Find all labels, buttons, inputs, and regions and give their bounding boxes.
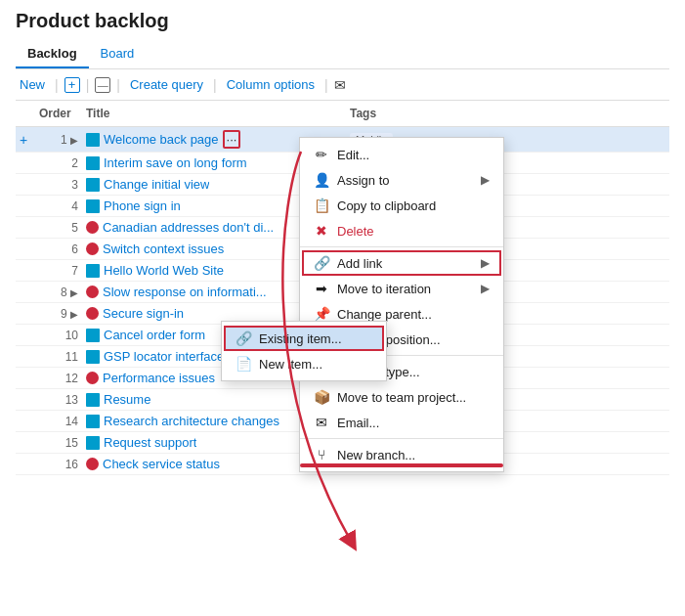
row-plus xyxy=(16,161,35,165)
workitem-icon-blue xyxy=(86,415,100,428)
ellipsis-button[interactable]: ··· xyxy=(223,130,241,149)
project-icon: 📦 xyxy=(314,389,329,405)
sub-menu: 🔗 Existing item... 📄 New item... xyxy=(221,321,387,381)
ctx-project-label: Move to team project... xyxy=(337,390,466,405)
new-button[interactable]: New xyxy=(16,75,49,94)
chevron-right-icon-3: ▶ xyxy=(481,282,490,295)
new-item-icon: 📄 xyxy=(235,356,251,372)
create-query-button[interactable]: Create query xyxy=(126,75,207,94)
link-icon: 🔗 xyxy=(314,255,329,271)
work-item-link[interactable]: Welcome back page xyxy=(104,132,219,147)
ctx-move-project[interactable]: 📦 Move to team project... xyxy=(300,384,503,410)
workitem-icon-blue xyxy=(86,133,100,147)
iteration-icon: ➡ xyxy=(314,281,329,296)
header-title: Title xyxy=(82,105,346,122)
parent-icon: 📌 xyxy=(314,306,329,322)
ctx-copy[interactable]: 📋 Copy to clipboard xyxy=(300,193,503,218)
ctx-edit-label: Edit... xyxy=(337,148,369,162)
header-select xyxy=(16,111,35,115)
workitem-icon-red xyxy=(86,307,99,320)
email-icon: ✉ xyxy=(314,415,329,430)
workitem-icon-red xyxy=(86,221,99,234)
chevron-right-icon-2: ▶ xyxy=(481,256,490,270)
collapse-icon[interactable]: — xyxy=(95,77,110,93)
branch-icon: ⑂ xyxy=(314,447,329,462)
row-order: 1 ▶ xyxy=(35,131,82,149)
ctx-separator xyxy=(300,246,503,247)
mail-icon[interactable]: ✉ xyxy=(334,77,346,93)
ctx-email[interactable]: ✉ Email... xyxy=(300,410,503,435)
workitem-icon-blue xyxy=(86,436,100,450)
workitem-icon-blue xyxy=(86,329,100,342)
grid-body: + 1 ▶ Welcome back page ··· Mobile 2 Int… xyxy=(16,127,669,475)
ctx-assign[interactable]: 👤 Assign to ▶ xyxy=(300,167,503,193)
ctx-assign-label: Assign to xyxy=(337,173,389,188)
add-child-icon[interactable]: + xyxy=(64,77,80,93)
row-plus[interactable]: + xyxy=(16,130,35,150)
tab-board[interactable]: Board xyxy=(89,40,147,68)
tab-backlog[interactable]: Backlog xyxy=(16,40,89,68)
sep5: | xyxy=(324,77,328,93)
ctx-new-branch[interactable]: ⑂ New branch... xyxy=(300,442,503,467)
workitem-icon-blue xyxy=(86,199,100,213)
sep1: | xyxy=(55,77,59,93)
ctx-branch-label: New branch... xyxy=(337,448,415,462)
ctx-parent-label: Change parent... xyxy=(337,307,432,322)
work-item-link[interactable]: Interim save on long form xyxy=(104,155,247,170)
workitem-icon-red xyxy=(86,458,99,470)
assign-icon: 👤 xyxy=(314,172,329,188)
sep2: | xyxy=(86,77,90,93)
sub-new-label: New item... xyxy=(259,357,322,372)
ctx-delete[interactable]: ✖ Delete xyxy=(300,218,503,243)
workitem-icon-blue xyxy=(86,350,100,364)
workitem-icon-red xyxy=(86,286,99,298)
column-options-button[interactable]: Column options xyxy=(223,75,319,94)
grid-header: Order Title Tags xyxy=(16,101,669,127)
ctx-copy-label: Copy to clipboard xyxy=(337,198,436,213)
header-order: Order xyxy=(35,105,82,122)
ctx-separator-3 xyxy=(300,438,503,439)
new-branch-highlight xyxy=(300,463,503,467)
workitem-icon-blue xyxy=(86,156,100,170)
toolbar: New | + | — | Create query | Column opti… xyxy=(16,69,669,101)
ctx-iteration-label: Move to iteration xyxy=(337,282,431,296)
sub-new-item[interactable]: 📄 New item... xyxy=(222,351,386,376)
link-icon-sub: 🔗 xyxy=(235,330,251,346)
workitem-icon-blue xyxy=(86,264,100,278)
sub-existing-item[interactable]: 🔗 Existing item... xyxy=(224,326,384,351)
workitem-icon-blue xyxy=(86,178,100,192)
ctx-add-link[interactable]: 🔗 Add link ▶ xyxy=(302,250,501,276)
workitem-icon-red xyxy=(86,372,99,384)
sep4: | xyxy=(213,77,217,93)
chevron-right-icon: ▶ xyxy=(481,173,490,187)
ctx-email-label: Email... xyxy=(337,416,379,430)
ctx-edit[interactable]: ✏ Edit... xyxy=(300,142,503,167)
copy-icon: 📋 xyxy=(314,198,329,213)
row-order: 2 xyxy=(35,154,82,172)
delete-icon: ✖ xyxy=(314,223,329,239)
sub-existing-label: Existing item... xyxy=(259,331,342,346)
sep3: | xyxy=(116,77,120,93)
ctx-delete-label: Delete xyxy=(337,224,374,239)
ctx-move-iteration[interactable]: ➡ Move to iteration ▶ xyxy=(300,276,503,301)
workitem-icon-red xyxy=(86,242,99,255)
page-title: Product backlog xyxy=(16,10,669,32)
tabs: Backlog Board xyxy=(16,40,669,69)
ctx-add-link-label: Add link xyxy=(337,256,382,271)
header-tags: Tags xyxy=(346,105,669,122)
context-menu: ✏ Edit... 👤 Assign to ▶ 📋 Copy to clipbo… xyxy=(299,137,504,472)
edit-icon: ✏ xyxy=(314,147,329,162)
workitem-icon-blue xyxy=(86,393,100,407)
